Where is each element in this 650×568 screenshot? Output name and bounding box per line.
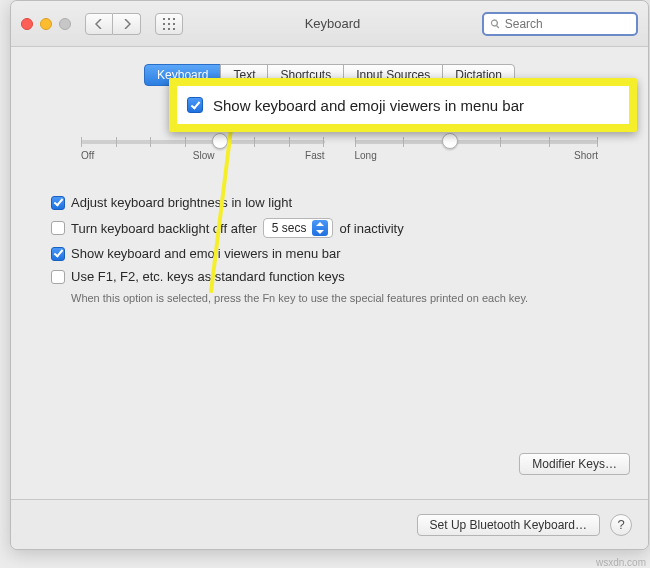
slider-track[interactable] <box>81 140 325 144</box>
option-emoji-viewers[interactable]: Show keyboard and emoji viewers in menu … <box>51 246 608 261</box>
checkbox-icon[interactable] <box>51 196 65 210</box>
callout-label: Show keyboard and emoji viewers in menu … <box>213 97 524 114</box>
fn-keys-hint: When this option is selected, press the … <box>71 292 608 304</box>
search-field[interactable] <box>482 12 638 36</box>
grid-button[interactable] <box>155 13 183 35</box>
slider-label-fast: Fast <box>305 150 324 161</box>
chevron-updown-icon <box>312 220 328 236</box>
watermark: wsxdn.com <box>596 557 646 568</box>
option-backlight[interactable]: Turn keyboard backlight off after 5 secs… <box>51 218 608 238</box>
search-icon <box>490 18 501 30</box>
slider-track[interactable] <box>355 140 599 144</box>
svg-rect-6 <box>163 28 165 30</box>
option-label: Show keyboard and emoji viewers in menu … <box>71 246 341 261</box>
option-label: Adjust keyboard brightness in low light <box>71 195 292 210</box>
svg-rect-3 <box>163 23 165 25</box>
svg-rect-5 <box>173 23 175 25</box>
options: Adjust keyboard brightness in low light … <box>51 195 608 304</box>
window-title: Keyboard <box>191 16 474 31</box>
checkbox-icon <box>187 97 203 113</box>
option-label: Use F1, F2, etc. keys as standard functi… <box>71 269 345 284</box>
svg-rect-8 <box>173 28 175 30</box>
bottom-bar: Set Up Bluetooth Keyboard… ? <box>11 499 648 549</box>
zoom-icon[interactable] <box>59 18 71 30</box>
window-controls <box>21 18 71 30</box>
search-input[interactable] <box>505 17 630 31</box>
select-value: 5 secs <box>272 221 307 235</box>
backlight-select[interactable]: 5 secs <box>263 218 334 238</box>
svg-rect-4 <box>168 23 170 25</box>
titlebar: Keyboard <box>11 1 648 47</box>
modifier-keys-button[interactable]: Modifier Keys… <box>519 453 630 475</box>
back-button[interactable] <box>85 13 113 35</box>
modifier-row: Modifier Keys… <box>519 453 630 475</box>
option-label: of inactivity <box>339 221 403 236</box>
close-icon[interactable] <box>21 18 33 30</box>
option-label: Turn keyboard backlight off after <box>71 221 257 236</box>
svg-rect-7 <box>168 28 170 30</box>
checkbox-icon[interactable] <box>51 270 65 284</box>
minimize-icon[interactable] <box>40 18 52 30</box>
slider-label-slow: Slow <box>193 150 215 161</box>
help-button[interactable]: ? <box>610 514 632 536</box>
checkbox-icon[interactable] <box>51 221 65 235</box>
slider-label-long: Long <box>355 150 377 161</box>
checkbox-icon[interactable] <box>51 247 65 261</box>
svg-rect-1 <box>168 18 170 20</box>
option-fn-keys[interactable]: Use F1, F2, etc. keys as standard functi… <box>51 269 608 284</box>
bluetooth-keyboard-button[interactable]: Set Up Bluetooth Keyboard… <box>417 514 600 536</box>
callout-highlight: Show keyboard and emoji viewers in menu … <box>169 78 637 132</box>
nav-buttons <box>85 13 141 35</box>
slider-label-off: Off <box>81 150 94 161</box>
content-area: Off Slow Fast Long Short Adjust keybo <box>11 126 648 304</box>
slider-label-short: Short <box>574 150 598 161</box>
forward-button[interactable] <box>113 13 141 35</box>
svg-rect-2 <box>173 18 175 20</box>
svg-rect-0 <box>163 18 165 20</box>
option-brightness[interactable]: Adjust keyboard brightness in low light <box>51 195 608 210</box>
